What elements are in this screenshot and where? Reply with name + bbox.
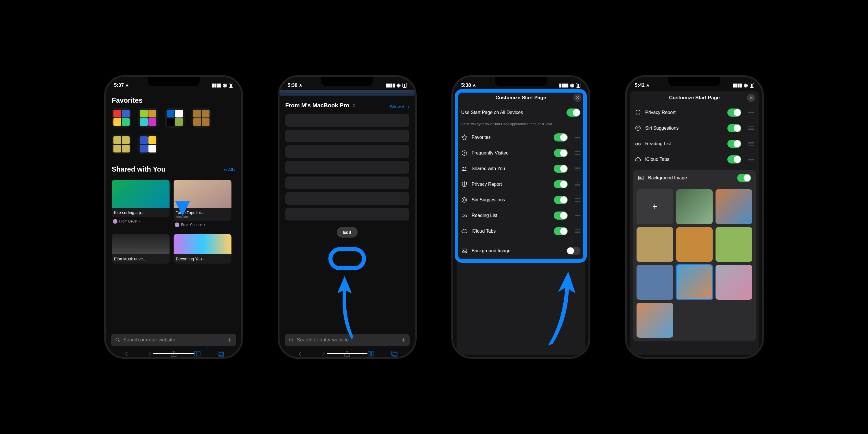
tab-row-blurred[interactable]: [285, 177, 409, 189]
section-label: Reading List: [645, 141, 723, 146]
background-image-row: Background Image: [633, 170, 756, 186]
section-toggle[interactable]: [554, 180, 568, 188]
background-option[interactable]: [715, 265, 752, 300]
shared-from[interactable]: From Chance›: [175, 222, 230, 227]
section-toggle[interactable]: [554, 196, 568, 204]
shared-card[interactable]: Elon Musk unve...: [112, 234, 169, 264]
home-indicator[interactable]: [327, 353, 368, 354]
back-icon[interactable]: [296, 350, 304, 358]
section-toggle[interactable]: [554, 212, 568, 220]
background-option[interactable]: [715, 189, 752, 224]
tab-row-blurred[interactable]: [285, 161, 409, 174]
star-icon: [461, 134, 468, 141]
tab-row-blurred[interactable]: [285, 208, 409, 220]
annotation-arrow-up-curved: [545, 265, 577, 345]
tab-row-blurred[interactable]: [285, 130, 409, 142]
back-icon[interactable]: [123, 350, 130, 358]
tabs-icon[interactable]: [217, 350, 224, 358]
reorder-handle-icon[interactable]: [748, 126, 754, 130]
reorder-handle-icon[interactable]: [575, 183, 580, 186]
section-toggle[interactable]: [727, 140, 741, 148]
phone-3-customize-modal: 5:38 ▮▮▮▮◉▮ Customize Start Page ✕ Use S…: [452, 75, 590, 359]
reorder-handle-icon[interactable]: [748, 111, 754, 114]
tab-row-blurred[interactable]: [285, 145, 409, 158]
background-option[interactable]: [676, 189, 713, 224]
svg-point-0: [116, 338, 119, 341]
reorder-handle-icon[interactable]: [575, 151, 580, 155]
background-option[interactable]: [637, 265, 673, 300]
show-all-link[interactable]: w All›: [224, 167, 236, 172]
search-input[interactable]: Search or enter website: [111, 334, 236, 346]
mic-icon[interactable]: [401, 337, 406, 343]
chevron-right-icon: ›: [139, 219, 140, 223]
section-toggle[interactable]: [727, 108, 741, 117]
background-image-row: Background Image: [457, 243, 585, 259]
edit-button[interactable]: Edit: [337, 227, 358, 238]
background-option[interactable]: [715, 227, 752, 262]
shared-card[interactable]: Becoming You -...: [174, 234, 231, 264]
notch: [495, 77, 547, 86]
home-indicator[interactable]: [153, 353, 194, 354]
bookmarks-icon[interactable]: [193, 350, 201, 358]
favorite-folder[interactable]: [138, 108, 158, 128]
background-option[interactable]: [637, 303, 673, 338]
phone-2-macbook-tabs: 5:38 ▮▮▮▮◉▮ From M's MacBook Pro Show Al…: [278, 75, 416, 359]
reorder-handle-icon[interactable]: [748, 142, 754, 146]
bottom-toolbar: [279, 346, 415, 359]
device-section-header[interactable]: From M's MacBook Pro: [285, 102, 356, 109]
favorite-folder[interactable]: [165, 108, 185, 128]
shared-from[interactable]: From Devin›: [113, 219, 168, 224]
reorder-handle-icon[interactable]: [575, 198, 580, 202]
bg-toggle[interactable]: [566, 247, 580, 255]
section-row-frequently-visited: Frequently Visited: [457, 145, 585, 161]
show-all-link[interactable]: Show All›: [390, 104, 409, 109]
background-option[interactable]: [637, 227, 673, 262]
section-toggle[interactable]: [727, 155, 741, 163]
shared-card[interactable]: Kite surfing a p...: [112, 180, 169, 217]
reorder-handle-icon[interactable]: [575, 167, 580, 170]
search-icon: [289, 337, 294, 343]
svg-rect-8: [392, 351, 396, 355]
svg-rect-1: [229, 338, 230, 341]
tab-row-blurred[interactable]: [285, 192, 409, 205]
status-icons: ▮▮▮▮◉▮: [733, 82, 754, 88]
bookmarks-icon[interactable]: [367, 350, 375, 358]
image-icon: [638, 175, 644, 181]
close-button[interactable]: ✕: [574, 94, 582, 102]
bg-toggle[interactable]: [737, 174, 751, 182]
section-label: Privacy Report: [472, 182, 550, 187]
section-toggle[interactable]: [554, 149, 568, 157]
favorite-folder[interactable]: [112, 108, 131, 128]
favorite-folder[interactable]: [112, 134, 131, 154]
customize-modal: Customize Start Page ✕ Privacy ReportSir…: [630, 91, 758, 355]
svg-point-11: [463, 167, 464, 169]
card-title: Elon Musk unve...: [114, 257, 167, 261]
background-option[interactable]: [676, 227, 713, 262]
mic-icon[interactable]: [227, 337, 232, 343]
reorder-handle-icon[interactable]: [575, 136, 580, 139]
card-title: Becoming You -...: [176, 257, 229, 261]
svg-rect-4: [219, 352, 224, 357]
svg-point-16: [465, 215, 467, 217]
sync-toggle[interactable]: [566, 108, 580, 117]
reorder-handle-icon[interactable]: [575, 214, 580, 217]
section-toggle[interactable]: [554, 165, 568, 173]
tab-row-blurred[interactable]: [285, 114, 409, 127]
section-toggle[interactable]: [727, 124, 741, 132]
favorite-folder[interactable]: [191, 108, 211, 128]
status-time: 5:38: [288, 83, 298, 88]
section-label: Shared with You: [472, 166, 550, 171]
favorite-folder[interactable]: [138, 134, 158, 154]
section-toggle[interactable]: [554, 227, 568, 235]
background-option[interactable]: [676, 265, 713, 300]
section-row-siri-suggestions: Siri Suggestions: [457, 192, 585, 208]
tabs-icon[interactable]: [391, 350, 398, 358]
add-background-button[interactable]: +: [637, 189, 673, 224]
close-button[interactable]: ✕: [747, 94, 755, 102]
reorder-handle-icon[interactable]: [748, 158, 754, 161]
reorder-handle-icon[interactable]: [575, 229, 580, 233]
section-label: iCloud Tabs: [645, 157, 723, 162]
section-toggle[interactable]: [554, 133, 568, 142]
cloud-icon: [635, 156, 641, 163]
status-time: 5:37: [114, 83, 124, 88]
